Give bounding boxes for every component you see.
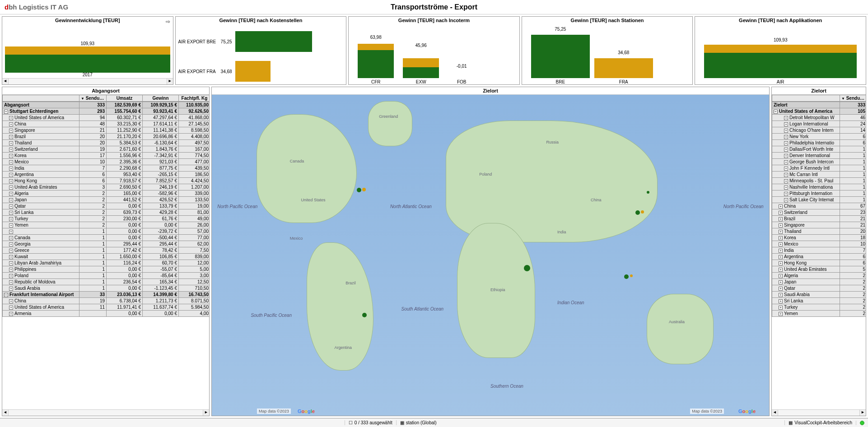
expand-icon[interactable]: + bbox=[784, 141, 788, 145]
table-row[interactable]: +Pittsburgh Internation1 bbox=[772, 190, 866, 197]
expand-icon[interactable]: + bbox=[9, 173, 13, 177]
status-workspace[interactable]: ▦ VisualCockpit-Arbeitsbereich bbox=[784, 420, 856, 425]
table-row[interactable]: +Poland10,00 €-85,64 €3,00 bbox=[3, 273, 210, 279]
table-row[interactable]: +Logan International24 bbox=[772, 121, 866, 127]
table-row[interactable]: +India72.290,68 €877,75 €439,50 bbox=[3, 165, 210, 172]
hscrollbar[interactable]: ◄ ► bbox=[2, 409, 209, 416]
expand-icon[interactable]: + bbox=[9, 186, 13, 190]
table-row[interactable]: +Mexico10 bbox=[772, 241, 866, 247]
table-row[interactable]: +Japan2 bbox=[772, 279, 866, 285]
col-name[interactable] bbox=[3, 95, 79, 102]
total-row[interactable]: Abgangsort333182.539,69 €109.929,15 €110… bbox=[3, 102, 210, 108]
table-row[interactable]: +United States of America9460.302,71 €47… bbox=[3, 115, 210, 121]
collapse-icon[interactable]: − bbox=[774, 110, 778, 114]
table-row[interactable]: +Sri Lanka2 bbox=[772, 298, 866, 304]
expand-icon[interactable]: + bbox=[779, 287, 783, 291]
expand-icon[interactable]: + bbox=[784, 148, 788, 152]
expand-icon[interactable]: + bbox=[9, 148, 13, 152]
expand-icon[interactable]: + bbox=[779, 236, 783, 240]
expand-icon[interactable]: + bbox=[9, 236, 13, 240]
expand-icon[interactable]: + bbox=[9, 167, 13, 171]
table-row[interactable]: +Saudi Arabia2 bbox=[772, 292, 866, 298]
table-row[interactable]: +China67 bbox=[772, 203, 866, 209]
expand-icon[interactable]: + bbox=[9, 122, 13, 126]
table-row[interactable]: +Philippines10,00 €-55,07 €5,00 bbox=[3, 266, 210, 273]
expand-icon[interactable]: + bbox=[779, 299, 783, 303]
chart-scrollbar[interactable]: ◄ ► bbox=[2, 78, 173, 84]
table-row[interactable]: +Nashville Internationa1 bbox=[772, 184, 866, 190]
expand-icon[interactable]: + bbox=[9, 268, 13, 272]
hscrollbar[interactable]: ◄ ► bbox=[772, 409, 866, 416]
table-row[interactable]: +Saudi Arabia10,00 €-1.123,45 €710,50 bbox=[3, 285, 210, 292]
map-marker[interactable] bbox=[635, 210, 640, 215]
expand-icon[interactable]: + bbox=[779, 255, 783, 259]
expand-icon[interactable]: + bbox=[9, 198, 13, 202]
table-row[interactable]: +Qatar2 bbox=[772, 285, 866, 292]
chart-stationen[interactable]: Gewinn [TEUR] nach Stationen 75,25 BRE 3… bbox=[522, 16, 693, 85]
map-marker[interactable] bbox=[357, 188, 361, 192]
scroll-right-icon[interactable]: ► bbox=[167, 79, 173, 84]
col-sendungen[interactable]: ▼ Sendungen bbox=[840, 95, 867, 102]
map-marker[interactable] bbox=[647, 191, 649, 194]
scroll-left-icon[interactable]: ◄ bbox=[2, 79, 9, 84]
expand-icon[interactable]: + bbox=[779, 280, 783, 284]
table-row[interactable]: +Argentina6 bbox=[772, 254, 866, 260]
table-row[interactable]: +Salt Lake City Internat1 bbox=[772, 197, 866, 203]
expand-icon[interactable]: + bbox=[9, 154, 13, 158]
expand-icon[interactable]: + bbox=[9, 211, 13, 215]
table-row[interactable]: +Korea18 bbox=[772, 235, 866, 241]
table-row[interactable]: +Argentina6953,40 €-265,15 €186,50 bbox=[3, 172, 210, 178]
expand-icon[interactable]: + bbox=[784, 192, 788, 196]
table-row[interactable]: +Qatar20,00 €133,79 €19,00 bbox=[3, 203, 210, 209]
table-row[interactable]: +New York6 bbox=[772, 134, 866, 140]
table-row[interactable]: +India7 bbox=[772, 247, 866, 254]
expand-icon[interactable]: + bbox=[9, 192, 13, 196]
table-row[interactable]: +United States of America1111.971,41 €11… bbox=[3, 304, 210, 311]
table-row[interactable]: +Algeria2165,00 €-582,96 €339,00 bbox=[3, 190, 210, 197]
scroll-right-icon[interactable]: ► bbox=[203, 410, 209, 416]
col-gewinn[interactable]: Gewinn bbox=[143, 95, 179, 102]
expand-icon[interactable]: + bbox=[779, 230, 783, 234]
table-row[interactable]: +Philadelphia Internatio6 bbox=[772, 140, 866, 146]
table-row[interactable]: +10,00 €-239,72 €57,00 bbox=[3, 228, 210, 235]
table-row[interactable]: +Minneapolis - St. Paul1 bbox=[772, 178, 866, 184]
col-umsatz[interactable]: Umsatz bbox=[107, 95, 143, 102]
expand-icon[interactable]: + bbox=[9, 179, 13, 183]
table-row[interactable]: +Republic of Moldova1236,54 €165,34 €12,… bbox=[3, 279, 210, 285]
table-row[interactable]: +Japan2441,52 €426,52 €133,50 bbox=[3, 197, 210, 203]
table-row[interactable]: +Hong Kong67.918,57 €7.852,57 €4.424,50 bbox=[3, 178, 210, 184]
expand-icon[interactable]: + bbox=[9, 306, 13, 310]
expand-icon[interactable]: + bbox=[9, 160, 13, 164]
expand-icon[interactable]: + bbox=[779, 217, 783, 221]
table-row[interactable]: +Brazil2021.170,20 €20.696,86 €4.408,00 bbox=[3, 134, 210, 140]
expand-icon[interactable]: + bbox=[784, 129, 788, 133]
expand-icon[interactable]: + bbox=[779, 312, 783, 316]
table-row[interactable]: +China196.738,04 €1.211,73 €8.071,50 bbox=[3, 298, 210, 304]
expand-icon[interactable]: + bbox=[9, 135, 13, 139]
collapse-icon[interactable]: − bbox=[4, 293, 8, 297]
expand-icon[interactable]: + bbox=[779, 211, 783, 215]
scroll-track[interactable] bbox=[9, 410, 203, 416]
scroll-track[interactable] bbox=[9, 79, 167, 84]
map-marker[interactable] bbox=[630, 274, 633, 277]
expand-icon[interactable]: + bbox=[9, 217, 13, 221]
expand-icon[interactable]: + bbox=[9, 230, 13, 234]
table-row[interactable]: +Chicago O'hare Intern14 bbox=[772, 127, 866, 134]
table-row[interactable]: +Armenia0,00 €0,00 €4,00 bbox=[3, 311, 210, 317]
expand-icon[interactable]: + bbox=[784, 167, 788, 171]
expand-icon[interactable]: + bbox=[9, 299, 13, 303]
table-row[interactable]: +Turkey2230,00 €61,76 €49,00 bbox=[3, 216, 210, 222]
expand-icon[interactable]: + bbox=[784, 198, 788, 202]
expand-icon[interactable]: + bbox=[9, 116, 13, 120]
expand-icon[interactable]: + bbox=[9, 255, 13, 259]
table-row[interactable]: +Hong Kong6 bbox=[772, 260, 866, 266]
table-row[interactable]: +Detroit Metropolitan W46 bbox=[772, 115, 866, 121]
table-row[interactable]: +Algeria2 bbox=[772, 273, 866, 279]
expand-icon[interactable]: + bbox=[779, 204, 783, 209]
expand-icon[interactable]: + bbox=[784, 186, 788, 190]
table-row[interactable]: +Mexico102.395,36 €921,03 €477,00 bbox=[3, 159, 210, 165]
table-row[interactable]: +Switzerland192.671,60 €1.843,76 €167,00 bbox=[3, 146, 210, 153]
total-row[interactable]: Zielort333 bbox=[772, 102, 866, 108]
expand-icon[interactable]: + bbox=[779, 268, 783, 272]
scroll-track[interactable] bbox=[778, 410, 859, 416]
